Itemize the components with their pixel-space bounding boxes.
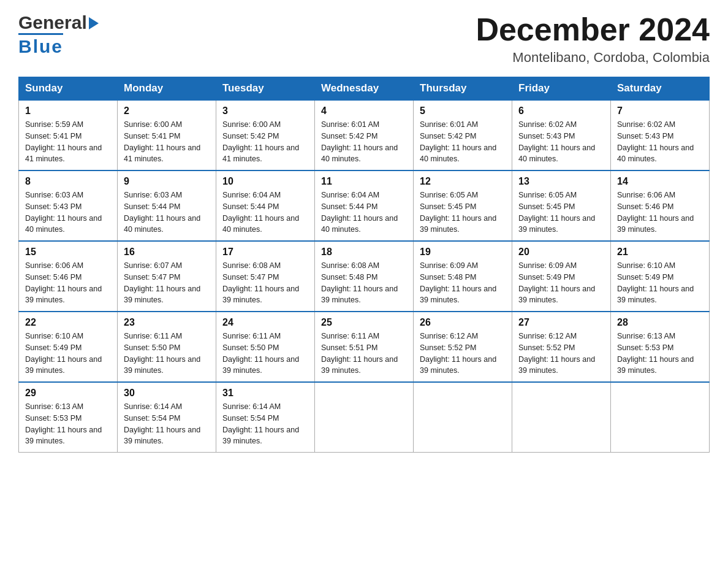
calendar-cell: 15Sunrise: 6:06 AMSunset: 5:46 PMDayligh… bbox=[19, 241, 118, 312]
day-number: 14 bbox=[617, 176, 703, 187]
day-info: Sunrise: 6:14 AMSunset: 5:54 PMDaylight:… bbox=[222, 401, 308, 447]
calendar-cell: 19Sunrise: 6:09 AMSunset: 5:48 PMDayligh… bbox=[414, 241, 512, 312]
week-row-1: 1Sunrise: 5:59 AMSunset: 5:41 PMDaylight… bbox=[19, 100, 710, 170]
day-number: 1 bbox=[25, 105, 111, 117]
day-number: 2 bbox=[124, 105, 210, 117]
header-day-tuesday: Tuesday bbox=[216, 77, 315, 101]
day-info: Sunrise: 6:03 AMSunset: 5:44 PMDaylight:… bbox=[124, 190, 210, 236]
day-number: 22 bbox=[25, 317, 111, 328]
calendar-cell: 1Sunrise: 5:59 AMSunset: 5:41 PMDaylight… bbox=[19, 100, 118, 170]
day-number: 23 bbox=[124, 317, 210, 328]
calendar-cell: 20Sunrise: 6:09 AMSunset: 5:49 PMDayligh… bbox=[512, 241, 611, 312]
calendar-cell bbox=[414, 382, 512, 453]
day-info: Sunrise: 6:01 AMSunset: 5:42 PMDaylight:… bbox=[420, 119, 506, 165]
header-day-thursday: Thursday bbox=[414, 77, 512, 101]
calendar-cell: 7Sunrise: 6:02 AMSunset: 5:43 PMDaylight… bbox=[611, 100, 710, 170]
calendar-cell: 14Sunrise: 6:06 AMSunset: 5:46 PMDayligh… bbox=[611, 170, 710, 241]
calendar-cell: 29Sunrise: 6:13 AMSunset: 5:53 PMDayligh… bbox=[19, 382, 118, 453]
calendar-cell: 3Sunrise: 6:00 AMSunset: 5:42 PMDaylight… bbox=[216, 100, 315, 170]
week-row-3: 15Sunrise: 6:06 AMSunset: 5:46 PMDayligh… bbox=[19, 241, 710, 312]
day-info: Sunrise: 6:11 AMSunset: 5:50 PMDaylight:… bbox=[124, 331, 210, 377]
calendar-cell: 4Sunrise: 6:01 AMSunset: 5:42 PMDaylight… bbox=[315, 100, 414, 170]
calendar-cell: 16Sunrise: 6:07 AMSunset: 5:47 PMDayligh… bbox=[118, 241, 216, 312]
day-info: Sunrise: 6:07 AMSunset: 5:47 PMDaylight:… bbox=[124, 260, 210, 306]
calendar-cell bbox=[315, 382, 414, 453]
day-number: 30 bbox=[124, 388, 210, 399]
day-info: Sunrise: 6:04 AMSunset: 5:44 PMDaylight:… bbox=[222, 190, 308, 236]
day-number: 29 bbox=[25, 388, 111, 399]
header-day-saturday: Saturday bbox=[611, 77, 710, 101]
calendar-cell: 12Sunrise: 6:05 AMSunset: 5:45 PMDayligh… bbox=[414, 170, 512, 241]
week-row-5: 29Sunrise: 6:13 AMSunset: 5:53 PMDayligh… bbox=[19, 382, 710, 453]
day-info: Sunrise: 6:01 AMSunset: 5:42 PMDaylight:… bbox=[321, 119, 407, 165]
logo-arrow-icon bbox=[89, 17, 99, 29]
day-info: Sunrise: 6:00 AMSunset: 5:42 PMDaylight:… bbox=[222, 119, 308, 165]
calendar-cell: 21Sunrise: 6:10 AMSunset: 5:49 PMDayligh… bbox=[611, 241, 710, 312]
day-info: Sunrise: 6:02 AMSunset: 5:43 PMDaylight:… bbox=[518, 119, 604, 165]
day-number: 7 bbox=[617, 105, 703, 117]
day-number: 12 bbox=[420, 176, 506, 187]
calendar-cell: 18Sunrise: 6:08 AMSunset: 5:48 PMDayligh… bbox=[315, 241, 414, 312]
day-info: Sunrise: 6:05 AMSunset: 5:45 PMDaylight:… bbox=[518, 190, 604, 236]
logo: General Blue bbox=[18, 12, 99, 57]
calendar-cell: 8Sunrise: 6:03 AMSunset: 5:43 PMDaylight… bbox=[19, 170, 118, 241]
calendar-cell bbox=[611, 382, 710, 453]
day-number: 25 bbox=[321, 317, 407, 328]
calendar-cell: 10Sunrise: 6:04 AMSunset: 5:44 PMDayligh… bbox=[216, 170, 315, 241]
day-info: Sunrise: 6:00 AMSunset: 5:41 PMDaylight:… bbox=[124, 119, 210, 165]
day-number: 15 bbox=[25, 247, 111, 258]
day-number: 13 bbox=[518, 176, 604, 187]
header-row: SundayMondayTuesdayWednesdayThursdayFrid… bbox=[19, 77, 710, 101]
day-number: 28 bbox=[617, 317, 703, 328]
day-number: 18 bbox=[321, 247, 407, 258]
calendar-cell: 25Sunrise: 6:11 AMSunset: 5:51 PMDayligh… bbox=[315, 312, 414, 382]
day-number: 6 bbox=[518, 105, 604, 117]
day-info: Sunrise: 6:10 AMSunset: 5:49 PMDaylight:… bbox=[25, 331, 111, 377]
day-info: Sunrise: 6:13 AMSunset: 5:53 PMDaylight:… bbox=[617, 331, 703, 377]
day-info: Sunrise: 6:08 AMSunset: 5:47 PMDaylight:… bbox=[222, 260, 308, 306]
calendar-cell: 27Sunrise: 6:12 AMSunset: 5:52 PMDayligh… bbox=[512, 312, 611, 382]
day-number: 31 bbox=[222, 388, 308, 399]
day-info: Sunrise: 6:11 AMSunset: 5:50 PMDaylight:… bbox=[222, 331, 308, 377]
day-number: 20 bbox=[518, 247, 604, 258]
day-number: 27 bbox=[518, 317, 604, 328]
title-area: December 2024 Montelibano, Cordoba, Colo… bbox=[476, 12, 710, 66]
day-number: 16 bbox=[124, 247, 210, 258]
day-info: Sunrise: 6:02 AMSunset: 5:43 PMDaylight:… bbox=[617, 119, 703, 165]
calendar-cell: 5Sunrise: 6:01 AMSunset: 5:42 PMDaylight… bbox=[414, 100, 512, 170]
calendar-cell: 31Sunrise: 6:14 AMSunset: 5:54 PMDayligh… bbox=[216, 382, 315, 453]
month-title: December 2024 bbox=[476, 12, 710, 47]
day-info: Sunrise: 6:09 AMSunset: 5:49 PMDaylight:… bbox=[518, 260, 604, 306]
day-info: Sunrise: 6:06 AMSunset: 5:46 PMDaylight:… bbox=[617, 190, 703, 236]
header-day-monday: Monday bbox=[118, 77, 216, 101]
calendar-cell: 30Sunrise: 6:14 AMSunset: 5:54 PMDayligh… bbox=[118, 382, 216, 453]
calendar-cell: 24Sunrise: 6:11 AMSunset: 5:50 PMDayligh… bbox=[216, 312, 315, 382]
calendar-cell: 6Sunrise: 6:02 AMSunset: 5:43 PMDaylight… bbox=[512, 100, 611, 170]
day-info: Sunrise: 6:09 AMSunset: 5:48 PMDaylight:… bbox=[420, 260, 506, 306]
location: Montelibano, Cordoba, Colombia bbox=[476, 50, 710, 66]
day-number: 26 bbox=[420, 317, 506, 328]
day-info: Sunrise: 6:04 AMSunset: 5:44 PMDaylight:… bbox=[321, 190, 407, 236]
day-info: Sunrise: 6:06 AMSunset: 5:46 PMDaylight:… bbox=[25, 260, 111, 306]
day-number: 8 bbox=[25, 176, 111, 187]
day-info: Sunrise: 6:03 AMSunset: 5:43 PMDaylight:… bbox=[25, 190, 111, 236]
day-info: Sunrise: 5:59 AMSunset: 5:41 PMDaylight:… bbox=[25, 119, 111, 165]
day-number: 5 bbox=[420, 105, 506, 117]
calendar-cell: 28Sunrise: 6:13 AMSunset: 5:53 PMDayligh… bbox=[611, 312, 710, 382]
calendar-cell: 11Sunrise: 6:04 AMSunset: 5:44 PMDayligh… bbox=[315, 170, 414, 241]
day-info: Sunrise: 6:10 AMSunset: 5:49 PMDaylight:… bbox=[617, 260, 703, 306]
calendar-table: SundayMondayTuesdayWednesdayThursdayFrid… bbox=[18, 77, 710, 453]
day-info: Sunrise: 6:14 AMSunset: 5:54 PMDaylight:… bbox=[124, 401, 210, 447]
calendar-cell bbox=[512, 382, 611, 453]
week-row-4: 22Sunrise: 6:10 AMSunset: 5:49 PMDayligh… bbox=[19, 312, 710, 382]
day-info: Sunrise: 6:12 AMSunset: 5:52 PMDaylight:… bbox=[518, 331, 604, 377]
week-row-2: 8Sunrise: 6:03 AMSunset: 5:43 PMDaylight… bbox=[19, 170, 710, 241]
header-day-friday: Friday bbox=[512, 77, 611, 101]
day-number: 19 bbox=[420, 247, 506, 258]
calendar-cell: 22Sunrise: 6:10 AMSunset: 5:49 PMDayligh… bbox=[19, 312, 118, 382]
day-number: 11 bbox=[321, 176, 407, 187]
day-number: 21 bbox=[617, 247, 703, 258]
calendar-cell: 23Sunrise: 6:11 AMSunset: 5:50 PMDayligh… bbox=[118, 312, 216, 382]
day-number: 10 bbox=[222, 176, 308, 187]
day-number: 17 bbox=[222, 247, 308, 258]
